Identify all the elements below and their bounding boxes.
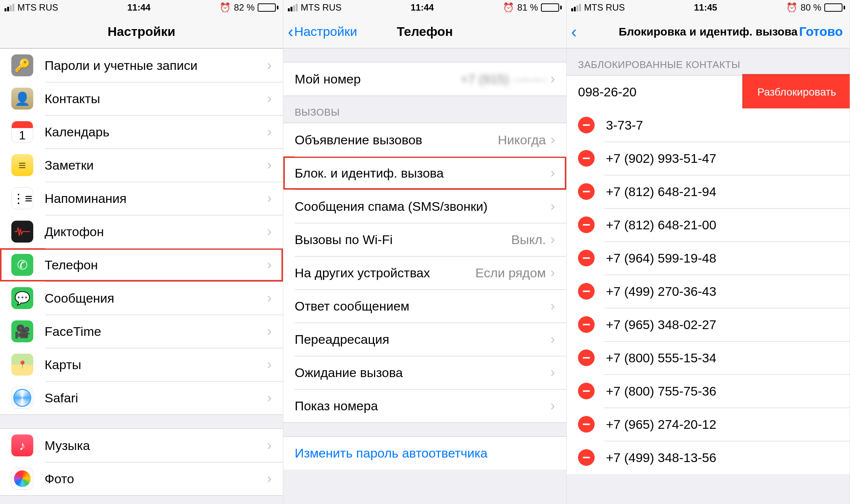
blocked-number: +7 (812) 648-21-00 — [606, 218, 716, 232]
delete-icon[interactable]: − — [578, 150, 595, 167]
nav-title: Телефон — [397, 24, 453, 39]
settings-row-music[interactable]: ♪Музыка› — [0, 429, 283, 462]
chevron-left-icon: ‹ — [571, 23, 577, 40]
phone-row-block[interactable]: Блок. и идентиф. вызова› — [283, 156, 566, 190]
row-label: Вызовы по Wi-Fi — [295, 232, 511, 247]
delete-icon[interactable]: − — [578, 349, 595, 366]
delete-icon[interactable]: − — [578, 216, 595, 233]
battery-pct: 80 % — [801, 2, 821, 13]
delete-icon[interactable]: − — [578, 416, 595, 433]
blocked-number: +7 (800) 755-75-36 — [606, 384, 716, 399]
settings-row-reminders[interactable]: ⋮≡Напоминания› — [0, 182, 283, 215]
row-my-number[interactable]: Мой номер +7 (915) ···-··-·· › — [283, 62, 566, 96]
blocked-contact-row[interactable]: −+7 (965) 274-20-12 — [567, 408, 850, 441]
blocked-contact-row[interactable]: −+7 (499) 348-13-56 — [567, 441, 850, 474]
phone-row-announce[interactable]: Объявление вызововНикогда› — [283, 123, 566, 156]
screen-phone-settings: MTS RUS 11:44 ⏰ 81 % ‹ Настройки Телефон… — [283, 0, 567, 504]
chevron-right-icon: › — [267, 471, 272, 487]
chevron-right-icon: › — [267, 438, 272, 453]
alarm-icon: ⏰ — [503, 2, 514, 13]
row-change-voicemail-password[interactable]: Изменить пароль автоответчика — [283, 436, 566, 470]
blocked-contact-row[interactable]: −+7 (800) 555-15-34 — [567, 341, 850, 374]
blocked-number: +7 (965) 348-02-27 — [606, 317, 716, 332]
blocked-number: 098-26-20 — [578, 85, 637, 99]
phone-row-spam[interactable]: Сообщения спама (SMS/звонки)› — [283, 190, 566, 223]
blocked-contact-row[interactable]: −+7 (812) 648-21-94 — [567, 175, 850, 208]
section-header-blocked: ЗАБЛОКИРОВАННЫЕ КОНТАКТЫ — [567, 48, 850, 75]
settings-row-messages[interactable]: 💬Сообщения› — [0, 281, 283, 315]
delete-icon[interactable]: − — [578, 183, 595, 200]
nav-back-button[interactable]: ‹ Настройки — [288, 23, 357, 40]
chevron-right-icon: › — [550, 265, 555, 281]
settings-row-voicememos[interactable]: Диктофон› — [0, 215, 283, 248]
phone-row-callerid[interactable]: Показ номера› — [283, 389, 566, 422]
nav-bar: ‹ Настройки Телефон — [283, 15, 566, 48]
blocked-number: +7 (812) 648-21-94 — [606, 184, 716, 199]
chevron-right-icon: › — [267, 290, 272, 306]
nav-bar: Настройки — [0, 15, 283, 48]
link-label: Изменить пароль автоответчика — [295, 446, 488, 461]
nav-done-button[interactable]: Готово — [799, 24, 843, 39]
blocked-contact-row[interactable]: −+7 (499) 270-36-43 — [567, 275, 850, 308]
alarm-icon: ⏰ — [786, 2, 797, 13]
phone-row-wifi[interactable]: Вызовы по Wi-FiВыкл.› — [283, 223, 566, 256]
phone-row-waiting[interactable]: Ожидание вызова› — [283, 356, 566, 389]
carrier-label: MTS RUS — [584, 2, 625, 13]
chevron-right-icon: › — [267, 190, 272, 206]
safari-icon — [11, 387, 33, 409]
chevron-right-icon: › — [550, 165, 555, 181]
row-label: Пароли и учетные записи — [45, 58, 267, 73]
delete-icon[interactable]: − — [578, 117, 595, 133]
delete-icon[interactable]: − — [578, 283, 595, 300]
row-label: FaceTime — [45, 324, 267, 339]
phone-row-other[interactable]: На других устройствахЕсли рядом› — [283, 256, 566, 289]
settings-row-notes[interactable]: ≡Заметки› — [0, 148, 283, 182]
delete-icon[interactable]: − — [578, 250, 595, 266]
row-label: Ответ сообщением — [295, 299, 550, 314]
settings-row-contacts[interactable]: 👤Контакты› — [0, 82, 283, 115]
blocked-contact-row[interactable]: −3-73-7 — [567, 108, 850, 142]
chevron-right-icon: › — [267, 224, 272, 240]
settings-row-calendar[interactable]: 1Календарь› — [0, 115, 283, 148]
blocked-contact-row[interactable]: −+7 (902) 993-51-47 — [567, 142, 850, 175]
blocked-contact-row[interactable]: −+7 (964) 599-19-48 — [567, 241, 850, 275]
voice-memos-icon — [11, 221, 33, 243]
delete-icon[interactable]: − — [578, 316, 595, 333]
blocked-contact-row-swiped[interactable]: 098-26-20 Разблокировать — [567, 75, 850, 108]
chevron-right-icon: › — [550, 232, 555, 247]
nav-back-button[interactable]: ‹ — [571, 23, 578, 40]
chevron-right-icon: › — [267, 91, 272, 107]
row-label: Музыка — [45, 438, 267, 453]
blocked-number: 3-73-7 — [606, 118, 643, 133]
settings-row-passwords[interactable]: 🔑Пароли и учетные записи› — [0, 49, 283, 82]
unblock-button[interactable]: Разблокировать — [744, 76, 850, 108]
messages-icon: 💬 — [11, 287, 33, 309]
chevron-right-icon: › — [267, 257, 272, 273]
facetime-icon: 🎥 — [11, 320, 33, 342]
maps-icon: 📍 — [11, 354, 33, 376]
status-time: 11:44 — [411, 2, 434, 13]
row-value: Если рядом — [475, 266, 546, 280]
chevron-right-icon: › — [550, 71, 555, 87]
blocked-number: +7 (499) 270-36-43 — [606, 284, 716, 299]
row-value: Выкл. — [511, 232, 546, 247]
settings-row-maps[interactable]: 📍Карты› — [0, 348, 283, 381]
nav-title: Блокировка и идентиф. вызова — [619, 25, 798, 38]
blocked-contact-row[interactable]: −+7 (800) 755-75-36 — [567, 374, 850, 408]
settings-row-safari[interactable]: Safari› — [0, 381, 283, 414]
phone-row-forward[interactable]: Переадресация› — [283, 323, 566, 356]
row-label: Заметки — [45, 158, 267, 173]
settings-row-photos[interactable]: Фото› — [0, 462, 283, 495]
delete-icon[interactable]: − — [578, 449, 595, 466]
blocked-contact-row[interactable]: −+7 (965) 348-02-27 — [567, 308, 850, 341]
section-header-calls: ВЫЗОВЫ — [283, 96, 566, 123]
phone-row-reply[interactable]: Ответ сообщением› — [283, 289, 566, 323]
phone-icon: ✆ — [11, 254, 33, 276]
settings-row-phone[interactable]: ✆Телефон› — [0, 248, 283, 281]
battery-icon — [541, 3, 562, 12]
settings-row-facetime[interactable]: 🎥FaceTime› — [0, 315, 283, 348]
delete-icon[interactable]: − — [578, 383, 595, 399]
blocked-contact-row[interactable]: −+7 (812) 648-21-00 — [567, 208, 850, 241]
chevron-right-icon: › — [267, 323, 272, 339]
row-label: Диктофон — [45, 224, 267, 239]
